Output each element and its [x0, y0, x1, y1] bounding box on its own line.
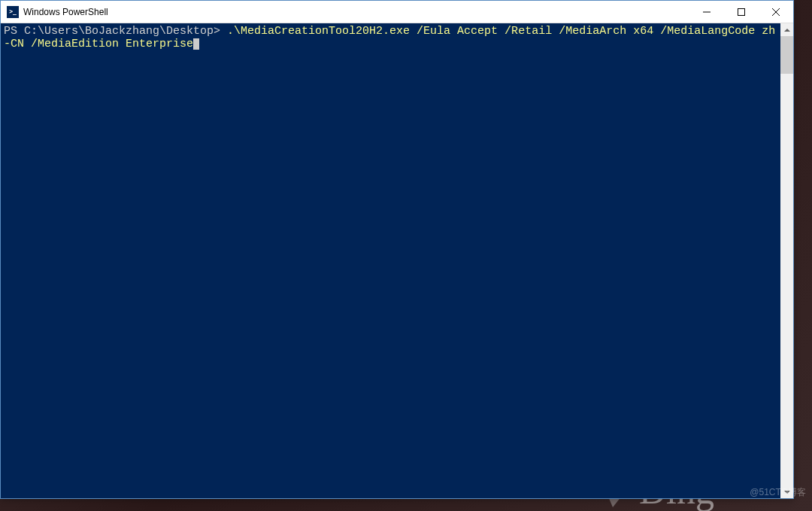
titlebar[interactable]: Windows PowerShell [1, 1, 793, 23]
prompt: PS C:\Users\BoJackzhang\Desktop> [4, 25, 227, 38]
minimize-icon [703, 8, 710, 16]
powershell-window: Windows PowerShell PS C:\Users\BoJackzha [0, 0, 794, 499]
close-button[interactable] [759, 1, 793, 23]
cursor [193, 38, 199, 50]
vertical-scrollbar[interactable] [780, 23, 793, 498]
powershell-icon [7, 6, 19, 18]
maximize-icon [738, 8, 745, 16]
minimize-button[interactable] [689, 1, 724, 23]
terminal-content[interactable]: PS C:\Users\BoJackzhang\Desktop> .\Media… [1, 23, 780, 498]
scrollbar-thumb[interactable] [780, 36, 793, 74]
svg-rect-2 [738, 8, 745, 15]
scrollbar-track[interactable] [780, 36, 793, 485]
window-controls [689, 1, 793, 23]
close-icon [772, 8, 780, 16]
maximize-button[interactable] [724, 1, 759, 23]
window-title: Windows PowerShell [23, 7, 689, 17]
watermark: @51CTO博客 [750, 486, 806, 499]
terminal-area: PS C:\Users\BoJackzhang\Desktop> .\Media… [1, 23, 793, 498]
chevron-up-icon [784, 29, 790, 32]
scroll-up-button[interactable] [780, 23, 793, 36]
